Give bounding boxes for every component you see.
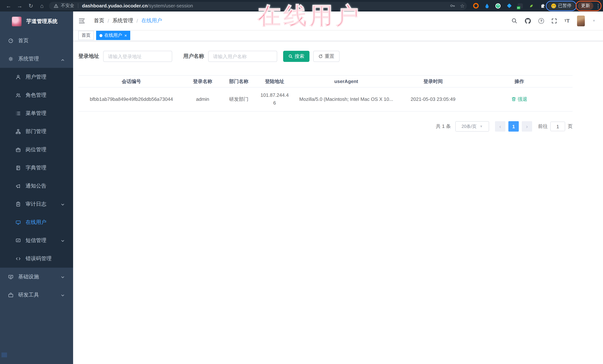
sidebar-item-audit-log[interactable]: 审计日志	[0, 195, 73, 213]
app-header: 首页/系统管理/在线用户 ? TT ▼	[73, 11, 603, 30]
goto-page-input[interactable]	[550, 121, 565, 131]
extension-icon-translate-en[interactable]: en	[517, 3, 523, 9]
breadcrumb-separator: /	[108, 18, 109, 24]
home-icon[interactable]: ⌂	[36, 1, 47, 10]
sidebar-item-online-user[interactable]: 在线用户	[0, 213, 73, 231]
sidebar-item-dept-mgmt[interactable]: 部门管理	[0, 122, 73, 141]
message-icon	[16, 238, 22, 243]
tab-view[interactable]: 首页	[78, 31, 94, 40]
search-icon[interactable]	[511, 18, 517, 24]
chevron-down-icon	[60, 293, 65, 298]
page-content: 登录地址 用户名称 搜索 重置 会话编号登录名称部	[73, 41, 603, 132]
sidebar-item-system-mgmt[interactable]: 系统管理	[0, 50, 73, 68]
chevron-down-icon	[60, 275, 65, 280]
tab-view[interactable]: 在线用户×	[96, 31, 130, 40]
column-header: 登录名称	[185, 76, 221, 87]
sidebar-item-infrastructure[interactable]: 基础设施	[0, 268, 73, 286]
bookmark-star-icon[interactable]: ☆	[460, 3, 464, 8]
username-label: 用户名称	[183, 53, 204, 60]
smiley-avatar-icon	[551, 3, 556, 8]
book-icon	[16, 165, 22, 170]
breadcrumb-separator: /	[137, 18, 138, 24]
total-count: 共 1 条	[436, 123, 451, 130]
tab-active-dot	[99, 34, 103, 37]
tabbar: 首页在线用户×	[73, 30, 603, 41]
breadcrumb-item[interactable]: 系统管理	[112, 17, 133, 24]
column-header: 会话编号	[78, 76, 185, 87]
help-icon[interactable]: ?	[538, 18, 544, 23]
sidebar-item-sms-mgmt[interactable]: 短信管理	[0, 231, 73, 249]
list-icon	[16, 111, 22, 116]
sidebar-item-error-code[interactable]: 错误码管理	[0, 249, 73, 268]
refresh-icon	[318, 54, 323, 59]
browser-menu-icon[interactable]: ⋮	[596, 3, 599, 9]
toolbox-icon	[8, 292, 14, 298]
back-icon[interactable]: ←	[3, 1, 14, 10]
extensions-puzzle-icon[interactable]	[540, 3, 545, 9]
profile-chip[interactable]: 已暂停	[548, 2, 575, 10]
login-address-label: 登录地址	[78, 53, 99, 60]
next-page-button[interactable]: ›	[522, 121, 532, 132]
reload-icon[interactable]: ↻	[25, 1, 36, 10]
tree-icon	[16, 129, 22, 134]
gear-icon	[8, 56, 14, 61]
avatar[interactable]	[577, 15, 585, 26]
reset-button[interactable]: 重置	[313, 51, 339, 62]
page-size-select[interactable]: 20条/页 ▼	[455, 121, 489, 132]
sidebar-item-dict-mgmt[interactable]: 字典管理	[0, 159, 73, 177]
page-unit-label: 页	[568, 123, 573, 130]
extensions-row: V en	[473, 3, 545, 9]
column-header: 登录时间	[400, 76, 466, 87]
column-header: 登陆地址	[257, 76, 292, 87]
extension-icon-green-v[interactable]: V	[495, 3, 501, 9]
server-icon	[8, 274, 14, 279]
sidebar-item-home[interactable]: 首页	[0, 32, 73, 50]
sidebar-item-dev-tools[interactable]: 研发工具	[0, 286, 73, 304]
extension-icon-orange-ring[interactable]	[473, 3, 479, 9]
font-size-icon[interactable]: TT	[564, 18, 570, 24]
extension-icon-leaf[interactable]	[528, 3, 534, 9]
login-ip: 101.87.244.46	[260, 92, 290, 107]
fullscreen-icon[interactable]	[551, 18, 557, 23]
chevron-down-icon	[60, 202, 65, 208]
breadcrumb-item[interactable]: 首页	[94, 17, 104, 24]
force-logout-link[interactable]: 强退	[511, 95, 527, 103]
table-row: bfbb1ab79ba849e49fb26ddb56a73044admin研发部…	[78, 88, 573, 111]
prev-page-button[interactable]: ‹	[495, 121, 505, 132]
current-page-button[interactable]: 1	[508, 121, 519, 132]
extension-icon-blue-drop[interactable]	[484, 3, 490, 9]
sidebar-logo[interactable]: 芋道管理系统	[0, 11, 73, 32]
chevron-down-icon	[60, 238, 65, 244]
security-label: 不安全	[61, 3, 74, 9]
table-header: 会话编号登录名称部门名称登陆地址userAgent登录时间操作	[78, 75, 573, 88]
profile-status-label: 已暂停	[558, 3, 571, 9]
browser-toolbar: ← → ↻ ⌂ 不安全 dashboard.yudao.iocoder.cn/s…	[0, 0, 603, 11]
goto-label: 前往	[538, 123, 548, 130]
address-bar[interactable]: 不安全 dashboard.yudao.iocoder.cn/system/us…	[49, 2, 467, 10]
scroll-indicator	[1, 353, 7, 357]
update-button[interactable]: 更新	[578, 2, 593, 10]
hamburger-icon[interactable]	[79, 18, 85, 23]
extension-icon-blue-gem[interactable]	[506, 3, 512, 9]
key-icon[interactable]	[450, 3, 455, 9]
sidebar-item-post-mgmt[interactable]: 岗位管理	[0, 141, 73, 159]
sidebar-item-menu-mgmt[interactable]: 菜单管理	[0, 104, 73, 122]
sidebar: 芋道管理系统 首页系统管理用户管理角色管理菜单管理部门管理岗位管理字典管理通知公…	[0, 11, 73, 364]
column-header: 操作	[466, 76, 573, 87]
main-area: 首页/系统管理/在线用户 ? TT ▼ 首页在线用户× 登录地址	[73, 11, 603, 364]
chevron-down-icon[interactable]: ▼	[592, 19, 596, 22]
magnifier-icon	[288, 54, 293, 59]
sidebar-item-user-mgmt[interactable]: 用户管理	[0, 68, 73, 86]
search-button[interactable]: 搜索	[283, 51, 310, 62]
sidebar-item-notice[interactable]: 通知公告	[0, 177, 73, 195]
logo-image	[12, 17, 22, 26]
login-address-input[interactable]	[103, 51, 172, 62]
column-header: 部门名称	[221, 76, 257, 87]
breadcrumb-item: 在线用户	[141, 17, 162, 24]
close-icon[interactable]: ×	[124, 33, 127, 38]
username-input[interactable]	[208, 51, 277, 62]
github-icon[interactable]	[525, 18, 531, 24]
forward-icon[interactable]: →	[14, 1, 25, 10]
update-group: 更新 ⋮	[577, 2, 600, 10]
sidebar-item-role-mgmt[interactable]: 角色管理	[0, 86, 73, 104]
